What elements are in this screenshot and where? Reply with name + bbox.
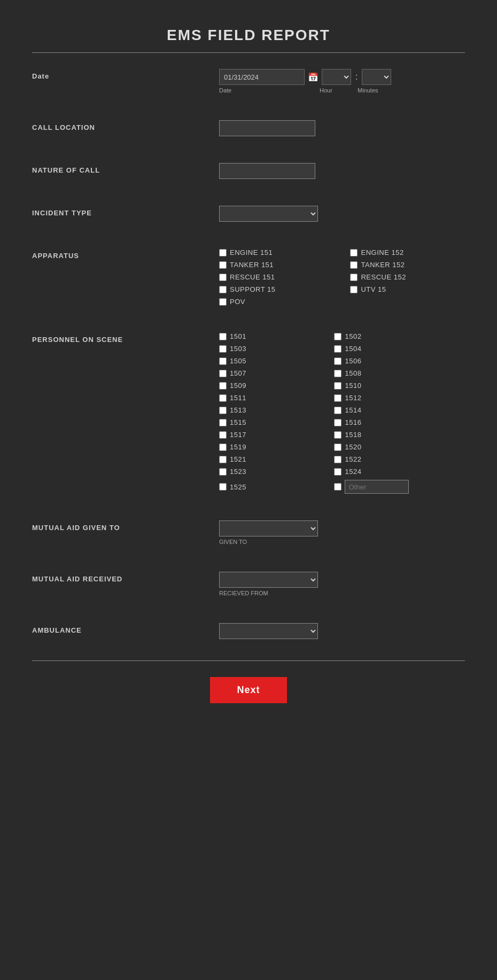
nature-of-call-label: NATURE OF CALL [32, 163, 219, 174]
personnel-checkbox-1512[interactable] [334, 394, 341, 402]
apparatus-checkbox-label-eng152: ENGINE 152 [361, 248, 403, 256]
mutual-aid-received-row: MUTUAL AID RECEIVED Station AStation BSt… [32, 566, 465, 602]
apparatus-checkbox-resc152[interactable] [350, 274, 358, 281]
personnel-item-1506: 1506 [334, 357, 465, 365]
personnel-label-1525: 1525 [230, 483, 246, 491]
personnel-item-1502: 1502 [334, 332, 465, 340]
apparatus-checkbox-tank151[interactable] [219, 261, 227, 269]
time-colon: : [354, 72, 359, 82]
min-select[interactable]: 00051015 20253035 40455055 [362, 69, 391, 85]
mutual-aid-received-select[interactable]: Station AStation BStation C [219, 572, 318, 588]
apparatus-checkbox-label-tank152: TANKER 152 [361, 261, 405, 269]
personnel-label-1502: 1502 [345, 332, 361, 340]
personnel-item-1514: 1514 [334, 406, 465, 414]
personnel-checkbox-1507[interactable] [219, 370, 227, 377]
personnel-label-1510: 1510 [345, 382, 361, 390]
personnel-checkbox-1503[interactable] [219, 345, 227, 353]
date-input[interactable] [219, 69, 305, 85]
personnel-checkbox-1506[interactable] [334, 357, 341, 365]
personnel-label-1504: 1504 [345, 345, 361, 353]
personnel-checkbox-1501[interactable] [219, 333, 227, 340]
personnel-item-1511: 1511 [219, 394, 302, 402]
apparatus-checkbox-eng151[interactable] [219, 249, 227, 256]
personnel-checkbox-1505[interactable] [219, 357, 227, 365]
next-button[interactable]: Next [210, 677, 286, 703]
personnel-checkbox-1516[interactable] [334, 419, 341, 426]
incident-type-label: INCIDENT TYPE [32, 206, 219, 217]
apparatus-checkbox-tank152[interactable] [350, 261, 358, 269]
ambulance-label: AMBULANCE [32, 623, 219, 634]
apparatus-checkbox-supp15[interactable] [219, 286, 227, 293]
bottom-divider [32, 660, 465, 661]
personnel-checkbox-1513[interactable] [219, 407, 227, 414]
personnel-item-1509: 1509 [219, 382, 302, 390]
personnel-checkbox-1511[interactable] [219, 394, 227, 402]
apparatus-item: RESCUE 152 [350, 273, 465, 281]
apparatus-item: ENGINE 151 [219, 248, 334, 256]
nature-of-call-controls [219, 163, 465, 179]
nature-of-call-input[interactable] [219, 163, 315, 179]
personnel-checkbox-1504[interactable] [334, 345, 341, 353]
personnel-label-1521: 1521 [230, 455, 246, 463]
personnel-checkbox-1508[interactable] [334, 370, 341, 377]
page-title: EMS FIELD REPORT [32, 16, 465, 52]
personnel-checkbox-1523[interactable] [219, 468, 227, 476]
apparatus-checkbox-eng152[interactable] [350, 249, 358, 256]
incident-type-select[interactable]: MedicalFireRescueHazmatOther [219, 206, 318, 222]
personnel-checkbox-1524[interactable] [334, 468, 341, 476]
hour-sub-label: Hour [320, 87, 349, 94]
apparatus-checkbox-label-resc152: RESCUE 152 [361, 273, 406, 281]
personnel-checkbox-1514[interactable] [334, 407, 341, 414]
apparatus-checkbox-resc151[interactable] [219, 274, 227, 281]
call-location-input[interactable] [219, 120, 315, 136]
personnel-label-1518: 1518 [345, 431, 361, 439]
mutual-aid-given-select[interactable]: Station AStation BStation C [219, 520, 318, 536]
personnel-checkbox-1509[interactable] [219, 382, 227, 390]
personnel-checkbox-1522[interactable] [334, 456, 341, 463]
mutual-aid-received-controls: Station AStation BStation C RECIEVED FRO… [219, 572, 465, 596]
personnel-label-1513: 1513 [230, 406, 246, 414]
personnel-item-1508: 1508 [334, 369, 465, 377]
personnel-item-1510: 1510 [334, 382, 465, 390]
personnel-label-1516: 1516 [345, 418, 361, 426]
given-to-sub-label: GIVEN TO [219, 539, 465, 545]
personnel-controls: 1501150215031504150515061507150815091510… [219, 332, 465, 494]
personnel-item-1523: 1523 [219, 468, 302, 476]
personnel-label-1505: 1505 [230, 357, 246, 365]
apparatus-item: SUPPORT 15 [219, 285, 334, 293]
apparatus-row: APPARATUS ENGINE 151ENGINE 152TANKER 151… [32, 243, 465, 311]
personnel-checkbox-1521[interactable] [219, 456, 227, 463]
personnel-label-1522: 1522 [345, 455, 361, 463]
personnel-checkbox-1510[interactable] [334, 382, 341, 390]
personnel-item-1519: 1519 [219, 443, 302, 451]
personnel-checkbox-1502[interactable] [334, 333, 341, 340]
apparatus-checkbox-label-eng151: ENGINE 151 [230, 248, 273, 256]
hour-select[interactable]: 1234 5678 9101112 [322, 69, 351, 85]
apparatus-item: UTV 15 [350, 285, 465, 293]
personnel-other-input[interactable] [345, 480, 409, 494]
apparatus-checkbox-label-supp15: SUPPORT 15 [230, 285, 275, 293]
personnel-checkbox-1525[interactable] [219, 483, 227, 491]
personnel-other-checkbox[interactable] [334, 483, 341, 491]
personnel-checkbox-1518[interactable] [334, 431, 341, 439]
apparatus-item: TANKER 151 [219, 261, 334, 269]
personnel-label: PERSONNEL ON SCENE [32, 332, 219, 344]
apparatus-checkbox-label-pov: POV [230, 298, 245, 306]
ambulance-select[interactable]: Unit 1Unit 2Unit 3 [219, 623, 318, 639]
calendar-icon[interactable]: 📅 [308, 72, 319, 82]
personnel-checkbox-1515[interactable] [219, 419, 227, 426]
personnel-item-1516: 1516 [334, 418, 465, 426]
personnel-item-1504: 1504 [334, 345, 465, 353]
date-sub-label: Date [219, 87, 305, 94]
personnel-checkbox-1517[interactable] [219, 431, 227, 439]
personnel-checkbox-1519[interactable] [219, 444, 227, 451]
date-label: Date [32, 69, 219, 80]
apparatus-checkbox-pov[interactable] [219, 298, 227, 306]
personnel-other-item [334, 480, 465, 494]
apparatus-checkbox-utv15[interactable] [350, 286, 358, 293]
mutual-aid-given-row: MUTUAL AID GIVEN TO Station AStation BSt… [32, 515, 465, 550]
personnel-checkbox-1520[interactable] [334, 444, 341, 451]
personnel-label-1514: 1514 [345, 406, 361, 414]
apparatus-grid: ENGINE 151ENGINE 152TANKER 151TANKER 152… [219, 248, 465, 306]
personnel-item-1524: 1524 [334, 468, 465, 476]
